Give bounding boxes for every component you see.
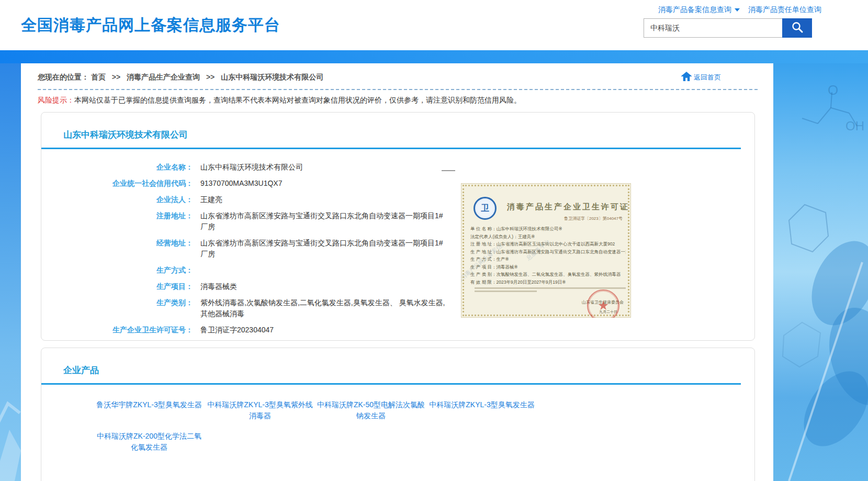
product-grid: 鲁沃华宇牌ZKYL-3型臭氧发生器 中科瑞沃牌ZKYL-3型臭氧紫外线消毒器 中… (41, 399, 591, 462)
site-title: 全国消毒产品网上备案信息服务平台 (21, 15, 280, 36)
certificate-line: 有 效 期 限：2023年9月20日至2027年9月19日※ (470, 278, 626, 286)
top-nav: 消毒产品备案信息查询 消毒产品责任单位查询 (644, 5, 821, 15)
company-fields: 企业名称： 山东中科瑞沃环境技术有限公司 企业统一社会信用代码： 9137070… (41, 162, 470, 341)
certificate-line: 法定代表人(或负责人)：王建亮※ (470, 233, 626, 241)
certificate-fineprint (475, 287, 626, 289)
card-title-rule (41, 148, 741, 149)
risk-notice: 风险提示：本网站仅基于已掌握的信息提供查询服务，查询结果不代表本网站对被查询对象… (38, 96, 757, 105)
placeholder-dash (442, 170, 455, 171)
card-title-rule (41, 383, 741, 385)
svg-text:OH: OH (846, 119, 864, 133)
field-row-business-address: 经营地址： 山东省潍坊市高新区潍安路与宝通街交叉路口东北角自动变速器一期项目1#… (41, 238, 470, 260)
field-row-license-number: 生产企业卫生许可证号： 鲁卫消证字202304047 (41, 325, 470, 335)
certificate-line: 生 产 类 别：次氯酸钠发生器、二氧化氯发生器、臭氧发生器、紫外线消毒器 (470, 271, 626, 278)
search-button[interactable] (782, 18, 812, 38)
field-row-production-category: 生产类别： 紫外线消毒器,次氯酸钠发生器,二氧化氯发生器,臭氧发生器、 臭氧水发… (41, 297, 470, 319)
field-row-legal-person: 企业法人： 王建亮 (41, 194, 470, 205)
field-row-production-project: 生产项目： 消毒器械类 (41, 281, 470, 292)
breadcrumb-home-link[interactable]: 首页 (91, 73, 106, 81)
breadcrumb-enterprise-query-link[interactable]: 消毒产品生产企业查询 (127, 73, 200, 81)
certificate-title: 消毒产品生产企业卫生许可证 (507, 202, 629, 212)
field-row-registered-address: 注册地址： 山东省潍坊市高新区潍安路与宝通街交叉路口东北角自动变速器一期项目1#… (41, 210, 470, 232)
certificate-fineprint (475, 290, 537, 292)
company-products-card: 企业产品 鲁沃华宇牌ZKYL-3型臭氧发生器 中科瑞沃牌ZKYL-3型臭氧紫外线… (41, 348, 755, 481)
certificate-line: 生 产 地 址：山东省潍坊市高新区潍安路与宝通街交叉路口东北角自动变速器一期 (470, 248, 626, 256)
certificate-line: 生 产 方 式：生产※ (470, 255, 626, 263)
license-certificate-image[interactable]: 全国消毒产品网上备案信 息服务平台 卫 消毒产品生产企业卫生许可证 鲁卫消证字〔… (461, 183, 631, 318)
breadcrumb-row: 您现在的位置： 首页 >> 消毒产品生产企业查询 >> 山东中科瑞沃环境技术有限… (21, 63, 773, 83)
site-header: 全国消毒产品网上备案信息服务平台 消毒产品备案信息查询 消毒产品责任单位查询 (0, 0, 868, 50)
dashed-divider (38, 89, 758, 90)
field-row-credit-code: 企业统一社会信用代码： 91370700MA3M3U1QX7 (41, 178, 470, 189)
main-area: O OH 您现在的位置： 首页 >> 消毒产品生产企业查询 >> (0, 63, 868, 481)
red-seal-icon: ★ (587, 289, 619, 318)
certificate-number: 鲁卫消证字〔2023〕第04047号 (564, 216, 623, 221)
chevron-down-icon (735, 8, 740, 12)
risk-notice-label: 风险提示： (38, 96, 74, 104)
company-name-title: 山东中科瑞沃环境技术有限公司 (41, 113, 754, 141)
page: 全国消毒产品网上备案信息服务平台 消毒产品备案信息查询 消毒产品责任单位查询 (0, 0, 868, 481)
svg-text:O: O (828, 82, 838, 98)
breadcrumb-current: 山东中科瑞沃环境技术有限公司 (221, 73, 323, 81)
home-icon (681, 72, 694, 83)
risk-notice-text: 本网站仅基于已掌握的信息提供查询服务，查询结果不代表本网站对被查询对象信用状况的… (74, 96, 521, 104)
breadcrumb-prefix: 您现在的位置： (38, 73, 89, 81)
header-band (0, 50, 868, 63)
search-icon (791, 21, 804, 35)
content-panel: 您现在的位置： 首页 >> 消毒产品生产企业查询 >> 山东中科瑞沃环境技术有限… (21, 63, 773, 481)
certificate-line: 注 册 地 址：山东省潍坊高新区玉清东街以北中心次干道以西高新大厦902 (470, 240, 626, 248)
product-link[interactable]: 中科瑞沃牌ZK-200型化学法二氧化氯发生器 (94, 431, 205, 453)
certificate-line: 单 位 名 称：山东中科瑞沃环境技术有限公司※ (470, 225, 626, 233)
nav-responsible-unit-query[interactable]: 消毒产品责任单位查询 (748, 5, 821, 15)
search-input[interactable] (644, 18, 782, 38)
field-row-company-name: 企业名称： 山东中科瑞沃环境技术有限公司 (41, 162, 470, 173)
nav-filing-info-query[interactable]: 消毒产品备案信息查询 (658, 5, 740, 15)
health-emblem-icon: 卫 (474, 197, 497, 220)
breadcrumb-separator: >> (206, 73, 215, 81)
products-section-title: 企业产品 (41, 348, 754, 376)
product-link[interactable]: 中科瑞沃牌ZKYL-3型臭氧发生器 (426, 399, 537, 421)
breadcrumb-separator: >> (112, 73, 120, 81)
company-info-card: 山东中科瑞沃环境技术有限公司 企业名称： 山东中科瑞沃环境技术有限公司 企业统一… (41, 112, 755, 341)
back-home-label: 返回首页 (694, 73, 721, 82)
product-link[interactable]: 鲁沃华宇牌ZKYL-3型臭氧发生器 (94, 399, 205, 421)
nav-filing-info-query-label: 消毒产品备案信息查询 (658, 5, 731, 15)
search-bar (644, 18, 812, 38)
header-right: 消毒产品备案信息查询 消毒产品责任单位查询 (644, 5, 821, 38)
field-row-production-method: 生产方式： (41, 265, 470, 276)
certificate-line: 生 产 项 目：消毒器械※ (470, 263, 626, 271)
product-link[interactable]: 中科瑞沃牌ZKYL-3型臭氧紫外线消毒器 (205, 399, 315, 421)
back-home-link[interactable]: 返回首页 (681, 72, 721, 83)
product-link[interactable]: 中科瑞沃牌ZK-50型电解法次氯酸钠发生器 (315, 399, 426, 421)
right-background-decor: O OH (773, 63, 868, 481)
left-background-decor (0, 63, 21, 481)
certificate-fields: 单 位 名 称：山东中科瑞沃环境技术有限公司※ 法定代表人(或负责人)：王建亮※… (470, 225, 626, 292)
breadcrumb: 您现在的位置： 首页 >> 消毒产品生产企业查询 >> 山东中科瑞沃环境技术有限… (38, 73, 323, 82)
